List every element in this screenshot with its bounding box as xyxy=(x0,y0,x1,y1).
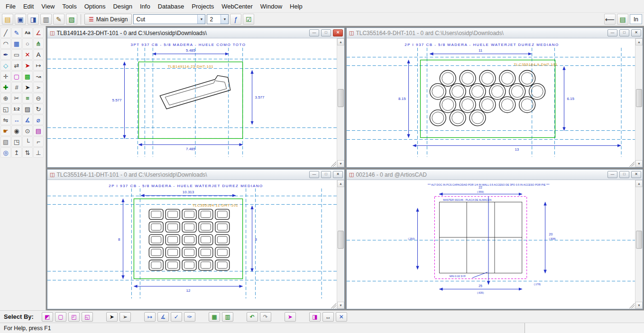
maximize-button[interactable]: □ xyxy=(321,29,331,36)
database-edit-icon[interactable]: ✎ xyxy=(53,14,64,25)
text-tool[interactable]: Aa xyxy=(22,27,33,38)
scroll-up-icon[interactable]: ▲ xyxy=(635,38,643,45)
table-swap-icon[interactable]: ◨ xyxy=(309,312,321,322)
select-window-icon[interactable]: ▢ xyxy=(55,312,66,322)
zoom-in-tool[interactable]: ⊕ xyxy=(0,93,11,103)
save-icon[interactable]: ▣ xyxy=(15,14,26,25)
maximize-button[interactable]: □ xyxy=(619,171,629,178)
hatch-pattern-tool[interactable]: # xyxy=(11,82,22,92)
back-arrow-icon[interactable]: ↶ xyxy=(247,312,258,322)
scrollbar-track[interactable] xyxy=(337,187,344,302)
delete-tool[interactable]: ✕ xyxy=(22,49,33,60)
counter-tool[interactable]: ◎ xyxy=(0,147,11,158)
probe-tool[interactable]: ⊙ xyxy=(22,126,33,136)
offset-tool[interactable]: ◇ xyxy=(0,60,11,71)
defaults-check-icon[interactable]: ☑ xyxy=(243,14,254,25)
perpendicular-tool[interactable]: ⊥ xyxy=(33,147,44,158)
main-design-button[interactable]: ☰ Main Design xyxy=(84,14,132,25)
menu-item-info[interactable]: Info xyxy=(136,0,154,12)
pen-tool[interactable]: ✒ xyxy=(0,49,11,60)
vertical-scrollbar[interactable]: ▲ ▼ xyxy=(635,180,643,309)
pointer-hand-tool[interactable]: ☛ xyxy=(0,126,11,136)
menu-item-database[interactable]: Database xyxy=(154,0,188,12)
menu-item-tools[interactable]: Tools xyxy=(58,0,80,12)
scrollbar-thumb[interactable] xyxy=(636,231,642,249)
layer-stack-tool[interactable]: ≡ xyxy=(22,93,33,103)
menu-item-window[interactable]: Window xyxy=(257,0,286,12)
scroll-down-icon[interactable]: ▼ xyxy=(337,302,344,309)
resize-grip[interactable] xyxy=(628,302,635,308)
scale-one-two-tool[interactable]: 1:2 xyxy=(11,104,22,114)
rotate-tool[interactable]: ↻ xyxy=(33,104,44,114)
print-icon[interactable]: ▥ xyxy=(40,14,52,25)
window-titlebar[interactable]: ◫ 002146 - 0 ard @ArtiosCAD — □ ✕ xyxy=(347,170,643,180)
select-inside-icon[interactable]: ◩ xyxy=(42,312,53,322)
cross-select-icon[interactable]: ✕ xyxy=(336,312,347,322)
select-angle-icon[interactable]: ∡ xyxy=(157,312,169,322)
window-titlebar[interactable]: ◫ TLC355164-9-DHT-101 - 0 ard C:\Users\o… xyxy=(347,28,643,38)
branch-tool[interactable]: ⋔ xyxy=(33,38,44,49)
menu-item-projects[interactable]: Projects xyxy=(188,0,218,12)
scrollbar-track[interactable] xyxy=(337,45,344,160)
flip-vertical-tool[interactable]: ⇅ xyxy=(22,147,33,158)
select-brush-icon[interactable]: ✑ xyxy=(184,312,195,322)
zoom-out-tool[interactable]: ⊖ xyxy=(33,93,44,103)
minimize-button[interactable]: — xyxy=(607,29,617,36)
select-arrow-icon[interactable]: ➤ xyxy=(106,312,118,322)
spline-tool[interactable]: ↝ xyxy=(33,71,44,81)
scroll-up-icon[interactable]: ▲ xyxy=(635,180,643,187)
scissors-tool[interactable]: ✂ xyxy=(11,93,22,103)
close-button[interactable]: ✕ xyxy=(631,171,641,178)
secondary-select-tool[interactable]: ➢ xyxy=(33,82,44,92)
hierarchy-tool[interactable]: └ xyxy=(22,136,33,147)
circle-tool[interactable]: ○ xyxy=(22,38,33,49)
add-point-tool[interactable]: ✚ xyxy=(0,82,11,92)
design-canvas-1[interactable]: 3PT 937 CB - 5/8 MADERA - HUELE COMO TOT… xyxy=(47,38,337,167)
scrollbar-track[interactable] xyxy=(635,187,643,302)
angle-dimension-tool[interactable]: ∡ xyxy=(22,115,33,125)
table-tool[interactable]: ▤ xyxy=(33,126,44,136)
scroll-up-icon[interactable]: ▲ xyxy=(337,38,344,45)
select-dash-icon[interactable]: ↦ xyxy=(144,312,156,322)
rebuild-formula-icon[interactable]: ƒ xyxy=(230,14,241,25)
menu-item-design[interactable]: Design xyxy=(109,0,136,12)
menu-item-view[interactable]: View xyxy=(37,0,58,12)
minimize-button[interactable]: — xyxy=(607,171,617,178)
select-box-tool[interactable]: ▢ xyxy=(11,71,22,81)
design-canvas-2[interactable]: 2P I 937 CB - 5/8 MADERA - HUELE WATERJE… xyxy=(347,38,635,167)
drawing-area[interactable]: 2P I 937 CB - 5/8 MADERA - HUELE WATERJE… xyxy=(347,38,643,167)
line-tool[interactable]: ╱ xyxy=(0,27,11,38)
diameter-dimension-tool[interactable]: ⌀ xyxy=(33,115,44,125)
select-parts-icon[interactable]: ➤ xyxy=(285,312,296,322)
scroll-down-icon[interactable]: ▼ xyxy=(635,302,643,309)
vertical-scrollbar[interactable]: ▲ ▼ xyxy=(337,180,344,309)
close-button[interactable]: ✕ xyxy=(333,171,343,178)
table-add-icon[interactable]: ▦ xyxy=(209,312,220,322)
scroll-down-icon[interactable]: ▼ xyxy=(337,160,344,167)
direction-arrow-tool[interactable]: ➤ xyxy=(22,60,33,71)
select-arrow-box-icon[interactable]: ➢ xyxy=(120,312,131,322)
minimize-button[interactable]: — xyxy=(309,29,319,36)
scroll-up-icon[interactable]: ▲ xyxy=(337,180,344,187)
chevron-down-icon[interactable]: ▼ xyxy=(221,15,228,24)
window-titlebar[interactable]: ◫ TLB149114-23-DHT-101 - 0 ard C:\Users\… xyxy=(47,28,344,38)
hatch-tool[interactable]: ▨ xyxy=(22,104,33,114)
select-arrow-tool[interactable]: ➤ xyxy=(22,82,33,92)
arc-tool[interactable]: ◠ xyxy=(0,38,11,49)
exchange-tool[interactable]: ⇄ xyxy=(11,60,22,71)
copy-design-icon[interactable]: ◨ xyxy=(28,14,39,25)
extend-tool[interactable]: ↦ xyxy=(33,60,44,71)
resize-grip[interactable] xyxy=(330,302,336,308)
select-layer-window-icon[interactable]: ◱ xyxy=(82,312,93,322)
menu-item-help[interactable]: Help xyxy=(286,0,306,12)
resize-grip[interactable] xyxy=(628,161,635,167)
move-tool[interactable]: ✛ xyxy=(0,71,11,81)
select-check-icon[interactable]: ✓ xyxy=(171,312,182,322)
minimize-button[interactable]: — xyxy=(309,171,319,178)
resize-grip[interactable] xyxy=(330,161,336,167)
vertical-scrollbar[interactable]: ▲ ▼ xyxy=(337,38,344,167)
scrollbar-thumb[interactable] xyxy=(636,89,642,107)
report-icon[interactable]: ▧ xyxy=(66,14,77,25)
angle-line-tool[interactable]: ∠ xyxy=(33,27,44,38)
units-indicator[interactable]: In xyxy=(630,14,642,24)
